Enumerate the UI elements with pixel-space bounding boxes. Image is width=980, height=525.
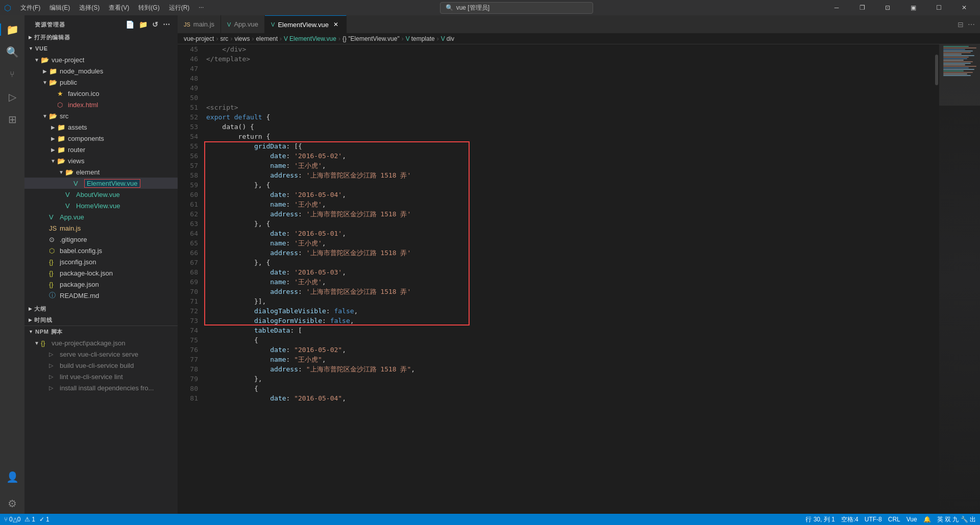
close-button[interactable]: ✕: [952, 0, 976, 15]
npm-scripts-label: NPM 脚本: [35, 328, 63, 336]
vue-section[interactable]: ▼ VUE: [24, 43, 178, 54]
minimize-button[interactable]: ─: [825, 0, 848, 15]
title-search-box[interactable]: 🔍 vue [管理员]: [440, 2, 593, 14]
status-cursor[interactable]: 行 30, 列 1: [805, 515, 835, 524]
folder-open-icon: 📂: [41, 56, 50, 64]
menu-goto[interactable]: 转到(G): [134, 3, 163, 13]
tree-item-readme[interactable]: ⓘ README.md: [24, 290, 178, 301]
maximize-button[interactable]: ☐: [927, 0, 950, 15]
breadcrumb-src[interactable]: src: [220, 35, 228, 42]
tree-item-favicon[interactable]: ★ favicon.ico: [24, 88, 178, 99]
tree-item-router[interactable]: ▶ 📁 router: [24, 144, 178, 155]
tree-item-serve[interactable]: ▷ serve vue-cli-service serve: [24, 348, 178, 360]
jsconfig-icon: {}: [49, 258, 58, 266]
line-ending-label: CRL: [888, 516, 900, 523]
status-git[interactable]: ✓ 1: [39, 516, 50, 523]
tab-close-button[interactable]: ✕: [332, 20, 340, 29]
breadcrumb-element[interactable]: element: [256, 35, 278, 42]
tree-item-index-html[interactable]: ⬡ index.html: [24, 99, 178, 110]
tree-item-vue-project[interactable]: ▼ 📂 vue-project: [24, 54, 178, 65]
tab-app-vue[interactable]: V App.vue: [221, 15, 265, 33]
status-branch[interactable]: ⑂ 0△0: [4, 516, 20, 523]
split-editor-button[interactable]: ⊟: [957, 19, 965, 30]
tab-elementview-vue[interactable]: V ElementView.vue ✕: [265, 15, 347, 33]
tab-main-js[interactable]: JS main.js: [178, 15, 221, 33]
new-file-button[interactable]: 📄: [125, 19, 136, 30]
timeline-section[interactable]: ▶ 时间线: [24, 314, 178, 326]
menu-more[interactable]: ···: [194, 3, 208, 13]
tree-item-lint[interactable]: ▷ lint vue-cli-service lint: [24, 371, 178, 382]
tree-item-element[interactable]: ▼ 📂 element: [24, 166, 178, 178]
refresh-button[interactable]: ↺: [151, 19, 160, 30]
activity-extensions[interactable]: ⊞: [2, 109, 22, 130]
folder-open-icon: 📂: [49, 79, 58, 86]
breadcrumb-elementview[interactable]: V ElementView.vue: [284, 35, 336, 42]
status-notifications[interactable]: 🔔: [923, 516, 931, 523]
status-indent[interactable]: 空格:4: [841, 515, 859, 524]
tree-item-package-json[interactable]: {} package.json: [24, 279, 178, 290]
status-line-ending[interactable]: CRL: [888, 516, 900, 523]
window-controls: ─ ❐ ⊡ ▣ ☐ ✕: [825, 0, 976, 15]
breadcrumb-vue-project[interactable]: vue-project: [184, 35, 214, 42]
breadcrumb-div[interactable]: V div: [441, 35, 454, 42]
tree-item-gitignore[interactable]: ⊙ .gitignore: [24, 234, 178, 245]
activity-source-control[interactable]: ⑂: [2, 64, 22, 85]
activity-explorer[interactable]: 📁: [2, 19, 22, 40]
tree-item-assets[interactable]: ▶ 📁 assets: [24, 121, 178, 133]
tree-item-npm-pkg[interactable]: ▼ {} vue-project\package.json: [24, 337, 178, 348]
outline-section[interactable]: ▶ 大纲: [24, 303, 178, 314]
status-warnings[interactable]: ⚠ 1: [24, 516, 35, 523]
activity-accounts[interactable]: 👤: [2, 467, 22, 487]
menu-view[interactable]: 查看(V): [105, 3, 133, 13]
npm-scripts-section[interactable]: ▼ NPM 脚本: [24, 326, 178, 337]
activity-search[interactable]: 🔍: [2, 42, 22, 62]
breadcrumb-elementview-obj[interactable]: {} "ElementView.vue": [342, 35, 400, 42]
babel-icon: ⬡: [49, 247, 58, 255]
search-text: vue [管理员]: [456, 4, 489, 12]
menu-run[interactable]: 运行(R): [165, 3, 194, 13]
status-encoding[interactable]: UTF-8: [865, 516, 882, 523]
code-area[interactable]: </div> </template> <script>: [202, 44, 934, 514]
activity-run[interactable]: ▷: [2, 87, 22, 107]
open-editors-section[interactable]: ▶ 打开的编辑器: [24, 32, 178, 43]
open-editors-label: 打开的编辑器: [34, 34, 70, 41]
status-extras[interactable]: 英 双 九 🔧 出: [937, 515, 976, 524]
breadcrumb-template[interactable]: V template: [406, 35, 435, 42]
tree-item-package-lock[interactable]: {} package-lock.json: [24, 267, 178, 279]
ln-59: 59: [178, 180, 198, 190]
scrollbar-thumb[interactable]: [935, 55, 938, 85]
line-numbers: 45 46 47 48 49 50 51 52 53 54 55 56 57 5…: [178, 44, 202, 514]
tree-item-homeview[interactable]: V HomeView.vue: [24, 200, 178, 211]
tree-item-public[interactable]: ▼ 📂 public: [24, 77, 178, 88]
breadcrumb-views[interactable]: views: [234, 35, 250, 42]
new-folder-button[interactable]: 📁: [138, 19, 149, 30]
activity-settings[interactable]: ⚙: [2, 493, 22, 514]
collapse-button[interactable]: ⋯: [162, 19, 172, 30]
code-line-57: name: '王小虎',: [206, 161, 934, 170]
tree-item-jsconfig[interactable]: {} jsconfig.json: [24, 256, 178, 267]
tree-item-components[interactable]: ▶ 📁 components: [24, 133, 178, 144]
more-actions-button[interactable]: ⋯: [967, 19, 976, 30]
search-icon: 🔍: [6, 46, 19, 58]
status-language[interactable]: Vue: [906, 516, 917, 523]
tree-item-node-modules[interactable]: ▶ 📁 node_modules: [24, 65, 178, 77]
tree-item-views[interactable]: ▼ 📂 views: [24, 155, 178, 166]
tree-item-aboutview[interactable]: V AboutView.vue: [24, 189, 178, 200]
tree-item-elementview[interactable]: V ElementView.vue: [24, 178, 178, 189]
tree-item-install[interactable]: ▷ install install dependencies fro...: [24, 382, 178, 393]
tree-item-src[interactable]: ▼ 📂 src: [24, 110, 178, 121]
layout-button[interactable]: ⊡: [876, 0, 899, 15]
tree-item-build[interactable]: ▷ build vue-cli-service build: [24, 360, 178, 371]
tree-item-babel[interactable]: ⬡ babel.config.js: [24, 245, 178, 256]
tree-item-main-js[interactable]: JS main.js: [24, 222, 178, 234]
menu-select[interactable]: 选择(S): [75, 3, 104, 13]
minimap-line: [943, 64, 965, 65]
outline-label: 大纲: [34, 305, 46, 313]
menu-edit[interactable]: 编辑(E): [45, 3, 74, 13]
editor-scrollbar[interactable]: [934, 44, 939, 514]
branch-icon: ⑂: [4, 516, 8, 523]
tree-item-app-vue[interactable]: V App.vue: [24, 211, 178, 222]
menu-file[interactable]: 文件(F): [16, 3, 44, 13]
panel-button[interactable]: ▣: [901, 0, 925, 15]
restore-button[interactable]: ❐: [850, 0, 874, 15]
